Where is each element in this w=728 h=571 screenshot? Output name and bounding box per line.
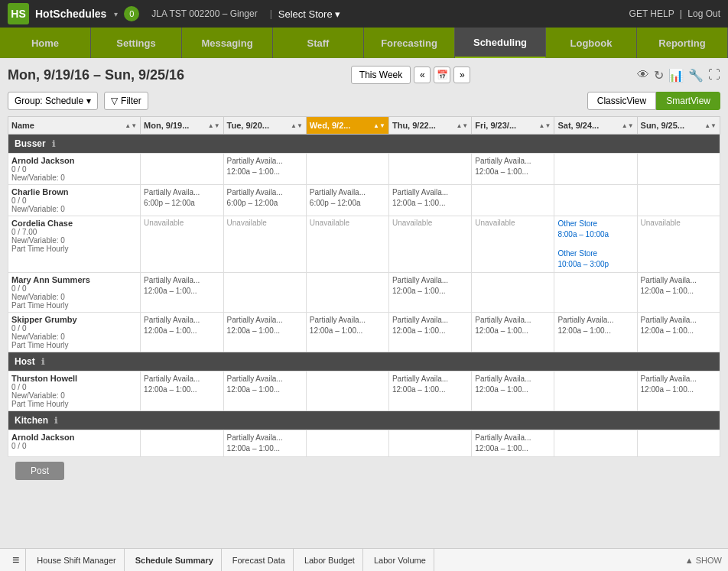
main-content: Mon, 9/19/16 – Sun, 9/25/16 This Week « … — [0, 58, 728, 571]
expand-icon[interactable]: ⛶ — [708, 68, 720, 82]
header-left: HS HotSchedules ▾ 0 JLA TST 002200 – Gin… — [8, 3, 340, 24]
refresh-icon[interactable]: ↻ — [654, 68, 664, 83]
table-row: Arnold Jackson 0 / 0 New/Variable: 0 Par… — [8, 154, 720, 185]
bottom-forecast-data[interactable]: Forecast Data — [225, 549, 294, 571]
app-name: HotSchedules — [35, 8, 106, 20]
prev-week-button[interactable]: « — [414, 67, 431, 83]
col-header-sun[interactable]: Sun, 9/25...▲▼ — [637, 117, 720, 135]
col-header-tue[interactable]: Tue, 9/20...▲▼ — [223, 117, 306, 135]
busser-info-icon[interactable]: ℹ — [52, 139, 55, 148]
col-header-mon[interactable]: Mon, 9/19...▲▼ — [141, 117, 223, 135]
nav-settings[interactable]: Settings — [91, 28, 182, 58]
table-row: Thurston Howell 0 / 0 New/Variable: 0 Pa… — [8, 371, 720, 411]
top-header: HS HotSchedules ▾ 0 JLA TST 002200 – Gin… — [0, 0, 728, 28]
group-host: Host ℹ — [8, 352, 720, 371]
nav-messaging[interactable]: Messaging — [182, 28, 273, 58]
this-week-button[interactable]: This Week — [351, 66, 411, 84]
nav-home[interactable]: Home — [0, 28, 91, 58]
host-info-icon[interactable]: ℹ — [41, 357, 44, 366]
post-button[interactable]: Post — [15, 462, 64, 480]
col-header-fri[interactable]: Fri, 9/23/...▲▼ — [472, 117, 554, 135]
get-help-link[interactable]: GET HELP — [629, 8, 674, 19]
select-store-link[interactable]: Select Store ▾ — [278, 8, 340, 20]
logo: HS — [8, 3, 29, 24]
date-nav: This Week « 📅 » — [351, 66, 470, 84]
date-header: Mon, 9/19/16 – Sun, 9/25/16 This Week « … — [8, 66, 720, 84]
header-right: GET HELP | Log Out — [629, 8, 720, 19]
nav-bar: Home Settings Messaging Staff Forecastin… — [0, 28, 728, 58]
group-select[interactable]: Group: Schedule ▾ — [8, 92, 98, 110]
schedule-table-container: Name▲▼ Mon, 9/19...▲▼ Tue, 9/20...▲▼ Wed… — [8, 116, 720, 457]
table-header-row: Name▲▼ Mon, 9/19...▲▼ Tue, 9/20...▲▼ Wed… — [8, 117, 720, 135]
bottom-bar: ≡ House Shift Manager Schedule Summary F… — [0, 548, 728, 571]
toolbar-left: Group: Schedule ▾ ▽ Filter — [8, 92, 148, 110]
table-row: Arnold Jackson 0 / 0 Partially Availa...… — [8, 430, 720, 457]
nav-logbook[interactable]: Logbook — [546, 28, 637, 58]
next-week-button[interactable]: » — [453, 67, 470, 83]
date-range-title: Mon, 9/19/16 – Sun, 9/25/16 — [8, 67, 184, 83]
nav-reporting[interactable]: Reporting — [637, 28, 728, 58]
eye-icon[interactable]: 👁 — [637, 68, 649, 82]
notification-badge[interactable]: 0 — [124, 6, 139, 21]
group-busser: Busser ℹ — [8, 135, 720, 154]
bottom-labor-budget[interactable]: Labor Budget — [297, 549, 363, 571]
group-kitchen: Kitchen ℹ — [8, 411, 720, 430]
col-header-wed[interactable]: Wed, 9/2...▲▼ — [306, 117, 388, 135]
emp-name-cell: Arnold Jackson 0 / 0 New/Variable: 0 — [8, 154, 141, 185]
log-out-link[interactable]: Log Out — [687, 8, 720, 19]
classic-view-button[interactable]: ClassicView — [587, 92, 656, 110]
table-row: Skipper Grumby 0 / 0 New/Variable: 0 Par… — [8, 313, 720, 352]
col-header-sat[interactable]: Sat, 9/24...▲▼ — [554, 117, 637, 135]
kitchen-info-icon[interactable]: ℹ — [54, 416, 57, 425]
table-row: Charlie Brown 0 / 0 New/Variable: 0 Part… — [8, 185, 720, 216]
table-row: Mary Ann Summers 0 / 0 New/Variable: 0 P… — [8, 273, 720, 313]
col-header-name[interactable]: Name▲▼ — [8, 117, 141, 135]
header-tools: 👁 ↻ 📊 🔧 ⛶ — [637, 68, 720, 83]
toolbar-row: Group: Schedule ▾ ▽ Filter ClassicView S… — [8, 92, 720, 110]
chart-icon[interactable]: 📊 — [668, 68, 684, 83]
smart-view-button[interactable]: SmartView — [656, 92, 720, 110]
store-info: JLA TST 002200 – Ginger — [151, 8, 257, 19]
filter-button[interactable]: ▽ Filter — [104, 92, 148, 110]
nav-scheduling[interactable]: Scheduling — [455, 28, 546, 58]
bottom-labor-volume[interactable]: Labor Volume — [366, 549, 434, 571]
calendar-icon[interactable]: 📅 — [434, 67, 450, 83]
table-row: Cordelia Chase 0 / 7.00 New/Variable: 0 … — [8, 216, 720, 273]
post-button-row: Post — [8, 457, 720, 485]
nav-forecasting[interactable]: Forecasting — [364, 28, 455, 58]
bottom-schedule-summary[interactable]: Schedule Summary — [128, 549, 222, 571]
col-header-thu[interactable]: Thu, 9/22...▲▼ — [388, 117, 471, 135]
bottom-menu-icon[interactable]: ≡ — [6, 549, 26, 571]
view-toggle: ClassicView SmartView — [587, 92, 720, 110]
nav-staff[interactable]: Staff — [273, 28, 364, 58]
app-dropdown-arrow[interactable]: ▾ — [114, 10, 118, 18]
schedule-table: Name▲▼ Mon, 9/19...▲▼ Tue, 9/20...▲▼ Wed… — [8, 116, 720, 457]
show-button[interactable]: ▲ SHOW — [685, 556, 722, 565]
bottom-house-shift[interactable]: House Shift Manager — [29, 549, 124, 571]
wrench-icon[interactable]: 🔧 — [688, 68, 704, 83]
